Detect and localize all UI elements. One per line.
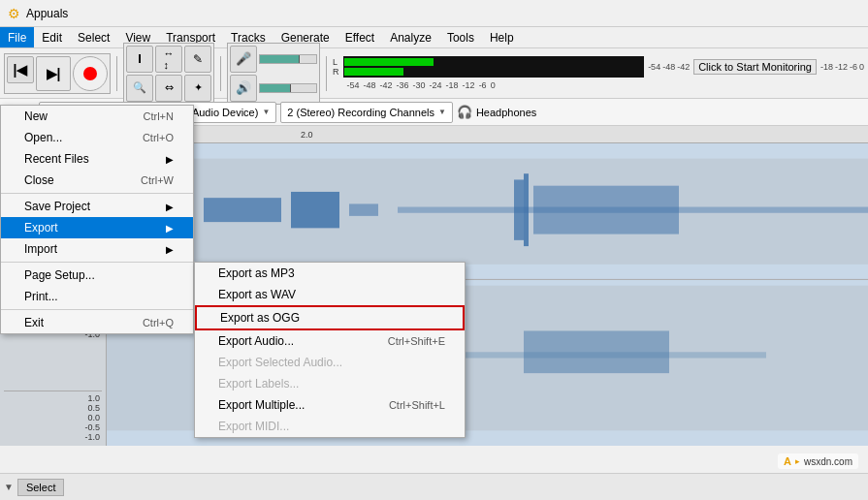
export-midi-item: Export MIDI... — [195, 416, 465, 437]
svg-rect-12 — [533, 186, 679, 234]
record-button[interactable] — [73, 56, 108, 91]
menu-item-page-setup[interactable]: Page Setup... — [1, 265, 193, 286]
channels-dropdown[interactable]: 2 (Stereo) Recording Channels ▼ — [280, 102, 453, 123]
export-selected-item: Export Selected Audio... — [195, 352, 465, 373]
svg-rect-10 — [514, 179, 524, 239]
export-mp3-item[interactable]: Export as MP3 — [195, 263, 465, 284]
bottom-bar: ▼ Select — [0, 473, 868, 500]
menu-edit[interactable]: Edit — [34, 27, 70, 47]
svg-rect-11 — [524, 173, 529, 246]
select-button[interactable]: Select — [17, 479, 65, 496]
menu-effect[interactable]: Effect — [338, 27, 382, 47]
menu-item-export[interactable]: Export ▶ — [1, 217, 193, 238]
envelope-tool-button[interactable]: ↔↕ — [155, 46, 182, 73]
menu-item-save[interactable]: Save Project ▶ — [1, 196, 193, 217]
skip-back-button[interactable]: |◀ — [7, 56, 34, 83]
watermark: A ▸ wsxdn.com — [778, 453, 858, 469]
mic-button[interactable]: 🎤 — [230, 46, 257, 73]
main-area: 1.5 2.0 (none) 32-bit float -0.5 -1.0 1.… — [0, 126, 868, 446]
speaker-button[interactable]: 🔊 — [230, 75, 257, 102]
svg-rect-7 — [291, 192, 339, 228]
menu-item-print[interactable]: Print... — [1, 286, 193, 307]
draw-tool-button[interactable]: ✎ — [184, 46, 211, 73]
menu-item-open[interactable]: Open... Ctrl+O — [1, 127, 193, 148]
export-ogg-item[interactable]: Export as OGG — [195, 305, 465, 330]
svg-rect-21 — [524, 330, 669, 373]
export-multiple-item[interactable]: Export Multiple... Ctrl+Shift+L — [195, 394, 465, 416]
export-wav-item[interactable]: Export as WAV — [195, 284, 465, 305]
export-audio-item[interactable]: Export Audio... Ctrl+Shift+E — [195, 330, 465, 352]
headphones-icon: 🎧 — [457, 105, 472, 119]
multi-tool-button[interactable]: ✦ — [184, 75, 211, 102]
menu-help[interactable]: Help — [482, 27, 522, 47]
app-icon: ⚙ — [8, 6, 20, 21]
menu-file[interactable]: File — [0, 27, 34, 47]
menu-item-recent[interactable]: Recent Files ▶ — [1, 148, 193, 170]
menu-item-new[interactable]: New Ctrl+N — [1, 106, 193, 127]
zoom-out-button[interactable]: ⇔ — [155, 75, 182, 102]
file-menu-dropdown: New Ctrl+N Open... Ctrl+O Recent Files ▶… — [0, 105, 194, 334]
app-title: Appuals — [26, 7, 68, 20]
toolbar: |◀ ▶| I ↔↕ ✎ 🔍 ⇔ ✦ 🎤 🔊 — [0, 48, 868, 99]
skip-fwd-button[interactable]: ▶| — [36, 56, 71, 91]
menu-tools[interactable]: Tools — [439, 27, 482, 47]
menu-analyze[interactable]: Analyze — [382, 27, 439, 47]
export-labels-item: Export Labels... — [195, 373, 465, 394]
select-tool-button[interactable]: I — [126, 46, 153, 73]
headphones-label: Headphones — [476, 107, 536, 118]
menu-item-import[interactable]: Import ▶ — [1, 238, 193, 260]
svg-rect-8 — [349, 203, 378, 215]
export-submenu: Export as MP3 Export as WAV Export as OG… — [194, 262, 466, 438]
menu-item-close[interactable]: Close Ctrl+W — [1, 170, 193, 191]
zoom-in-button[interactable]: 🔍 — [126, 75, 153, 102]
click-to-monitor[interactable]: Click to Start Monitoring — [693, 59, 817, 75]
menu-select[interactable]: Select — [70, 27, 117, 47]
titlebar: ⚙ Appuals — [0, 0, 868, 27]
menu-item-exit[interactable]: Exit Ctrl+Q — [1, 312, 193, 333]
svg-rect-6 — [204, 198, 281, 222]
